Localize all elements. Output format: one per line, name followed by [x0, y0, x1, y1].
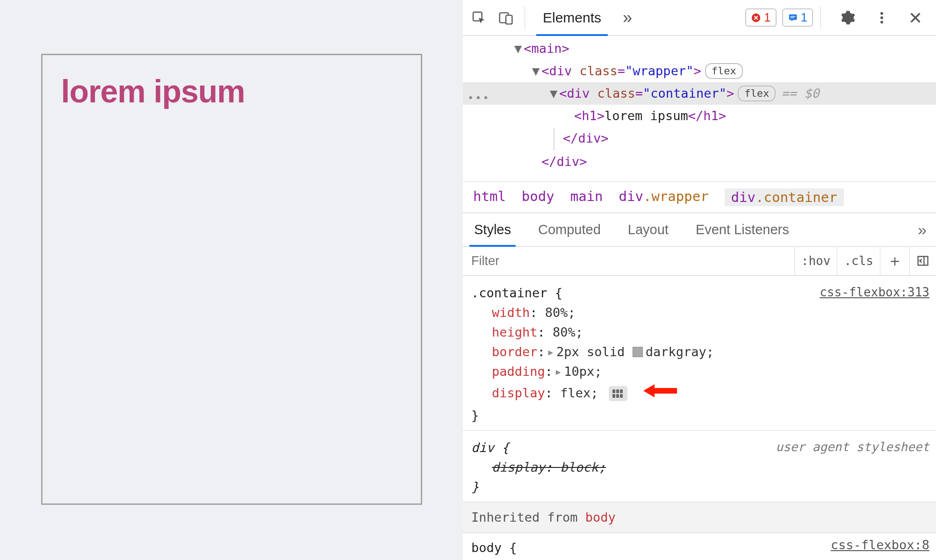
- tree-node-container[interactable]: •••▼<div class="container">flex== $0: [463, 82, 936, 105]
- subtab-styles[interactable]: Styles: [469, 213, 516, 246]
- tree-node-main[interactable]: ▼<main>: [463, 37, 936, 60]
- tab-elements[interactable]: Elements: [533, 0, 612, 36]
- breadcrumbs: html body main div.wrapper div.container: [463, 182, 936, 213]
- devtools-toolbar: Elements » 1 1: [463, 0, 936, 36]
- message-badge[interactable]: 1: [782, 8, 813, 27]
- cls-toggle[interactable]: .cls: [837, 247, 880, 275]
- css-prop-display[interactable]: display: flex;: [471, 381, 928, 406]
- svg-rect-15: [612, 394, 615, 398]
- styles-subtabs: Styles Computed Layout Event Listeners »: [463, 213, 936, 247]
- svg-point-7: [880, 12, 883, 14]
- svg-rect-13: [616, 389, 619, 393]
- close-icon[interactable]: [904, 7, 927, 29]
- sidebar-toggle-icon[interactable]: [909, 247, 936, 275]
- subtab-layout[interactable]: Layout: [623, 213, 673, 246]
- svg-point-9: [880, 21, 883, 23]
- device-toggle-icon[interactable]: [495, 7, 517, 29]
- toolbar-badges: 1 1: [745, 8, 813, 27]
- new-rule-icon[interactable]: ＋: [880, 247, 909, 275]
- tree-node-close-div[interactable]: </div>: [463, 127, 936, 151]
- hov-toggle[interactable]: :hov: [794, 247, 837, 275]
- rule-close-brace: }: [471, 477, 928, 497]
- toolbar-separator: [821, 7, 821, 29]
- rule-source-link[interactable]: css-flexbox:313: [820, 282, 929, 302]
- devtools-panel: Elements » 1 1: [463, 0, 936, 560]
- tabs-overflow-icon[interactable]: »: [616, 8, 639, 28]
- svg-rect-17: [620, 394, 623, 398]
- message-count: 1: [801, 10, 807, 25]
- svg-rect-4: [789, 14, 797, 20]
- rendered-container: lorem ipsum: [41, 54, 422, 505]
- svg-rect-5: [790, 16, 795, 16]
- crumb-container[interactable]: div.container: [725, 188, 844, 206]
- tree-node-close-div[interactable]: </div>: [463, 151, 936, 173]
- svg-point-8: [880, 16, 883, 19]
- svg-rect-16: [616, 394, 619, 398]
- styles-filter-input[interactable]: [463, 247, 794, 275]
- svg-rect-14: [620, 389, 623, 393]
- rule-div-ua[interactable]: user agent stylesheet div { display: blo…: [463, 431, 936, 502]
- rendered-page: lorem ipsum: [0, 0, 463, 560]
- flex-pill[interactable]: flex: [738, 86, 776, 101]
- css-prop-display-overridden[interactable]: display: block;: [471, 458, 928, 477]
- crumb-wrapper[interactable]: div.wrapper: [619, 188, 709, 206]
- row-actions-icon[interactable]: •••: [468, 87, 490, 109]
- rule-container[interactable]: css-flexbox:313 .container { width: 80%;…: [463, 276, 936, 431]
- inherited-from-header: Inherited from body: [463, 502, 936, 533]
- rule-source-link[interactable]: css-flexbox:8: [831, 535, 929, 555]
- subtab-event-listeners[interactable]: Event Listeners: [691, 213, 794, 246]
- color-swatch-icon[interactable]: [633, 347, 643, 357]
- styles-rules: css-flexbox:313 .container { width: 80%;…: [463, 276, 936, 560]
- rule-body-partial[interactable]: css-flexbox:8 body {: [463, 533, 936, 558]
- page-heading: lorem ipsum: [61, 73, 402, 109]
- css-prop-width[interactable]: width: 80%;: [471, 303, 928, 323]
- flex-pill[interactable]: flex: [705, 63, 743, 79]
- settings-icon[interactable]: [837, 7, 859, 29]
- tree-node-wrapper[interactable]: ▼<div class="wrapper">flex: [463, 60, 936, 82]
- svg-rect-2: [506, 15, 512, 24]
- flex-editor-icon[interactable]: [609, 386, 627, 401]
- crumb-body[interactable]: body: [522, 188, 554, 206]
- kebab-menu-icon[interactable]: [871, 7, 893, 29]
- subtab-computed[interactable]: Computed: [533, 213, 605, 246]
- crumb-html[interactable]: html: [473, 188, 506, 206]
- css-prop-border[interactable]: border:▸2px solid darkgray;: [471, 342, 928, 362]
- svg-rect-6: [790, 17, 794, 18]
- rule-close-brace: }: [471, 406, 928, 425]
- dom-tree[interactable]: ▼<main> ▼<div class="wrapper">flex •••▼<…: [463, 36, 936, 182]
- console-ref: == $0: [781, 86, 819, 101]
- toolbar-separator: [525, 7, 525, 29]
- error-badge[interactable]: 1: [745, 8, 776, 27]
- tree-node-h1[interactable]: <h1>lorem ipsum</h1>: [463, 105, 936, 127]
- styles-filter-bar: :hov .cls ＋: [463, 247, 936, 276]
- crumb-main[interactable]: main: [570, 188, 603, 206]
- inspect-icon[interactable]: [468, 7, 490, 29]
- css-prop-padding[interactable]: padding:▸10px;: [471, 362, 928, 381]
- svg-rect-12: [612, 389, 615, 393]
- error-count: 1: [764, 10, 770, 25]
- rule-source-ua: user agent stylesheet: [776, 437, 929, 457]
- css-prop-height[interactable]: height: 80%;: [471, 323, 928, 342]
- annotation-arrow-icon: [643, 381, 677, 406]
- subtabs-overflow-icon[interactable]: »: [918, 221, 927, 239]
